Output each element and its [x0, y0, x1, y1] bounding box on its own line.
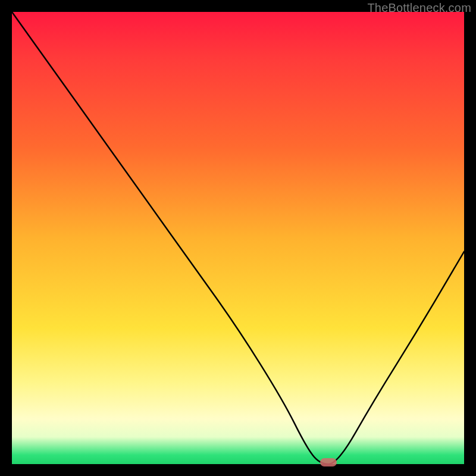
bottleneck-curve — [12, 12, 464, 464]
plot-area — [12, 12, 464, 464]
optimum-marker — [320, 458, 337, 466]
chart-frame: TheBottleneck.com — [0, 0, 476, 476]
